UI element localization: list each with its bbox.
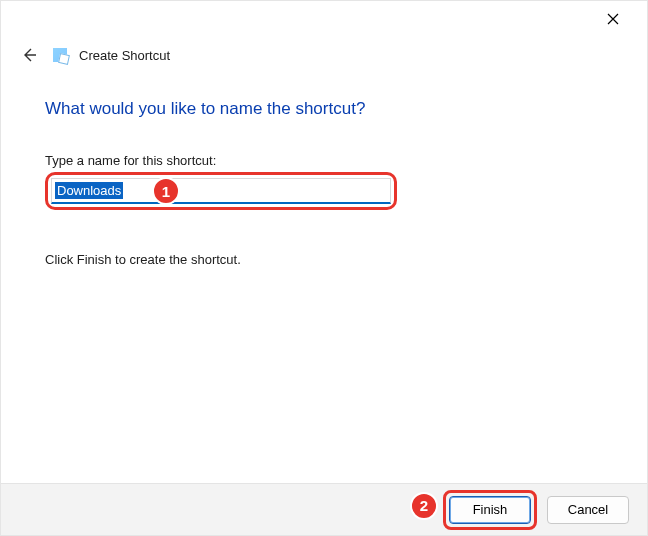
- close-icon[interactable]: [595, 5, 631, 33]
- finish-button[interactable]: Finish: [449, 496, 531, 524]
- input-label: Type a name for this shortcut:: [45, 153, 603, 168]
- wizard-footer: 2 Finish Cancel: [1, 483, 647, 535]
- cancel-button[interactable]: Cancel: [547, 496, 629, 524]
- shortcut-wizard-icon: [53, 48, 67, 62]
- annotation-badge-1: 1: [152, 177, 180, 205]
- title-bar: [1, 1, 647, 37]
- wizard-content: What would you like to name the shortcut…: [1, 69, 647, 267]
- wizard-title: Create Shortcut: [79, 48, 170, 63]
- annotation-badge-2: 2: [410, 492, 438, 520]
- hint-text: Click Finish to create the shortcut.: [45, 252, 603, 267]
- callout-2: 2 Finish: [443, 490, 537, 530]
- page-heading: What would you like to name the shortcut…: [45, 99, 603, 119]
- callout-1: Downloads 1: [45, 172, 397, 210]
- back-arrow-icon[interactable]: [21, 47, 41, 63]
- wizard-header: Create Shortcut: [1, 37, 647, 69]
- shortcut-name-input[interactable]: [51, 178, 391, 204]
